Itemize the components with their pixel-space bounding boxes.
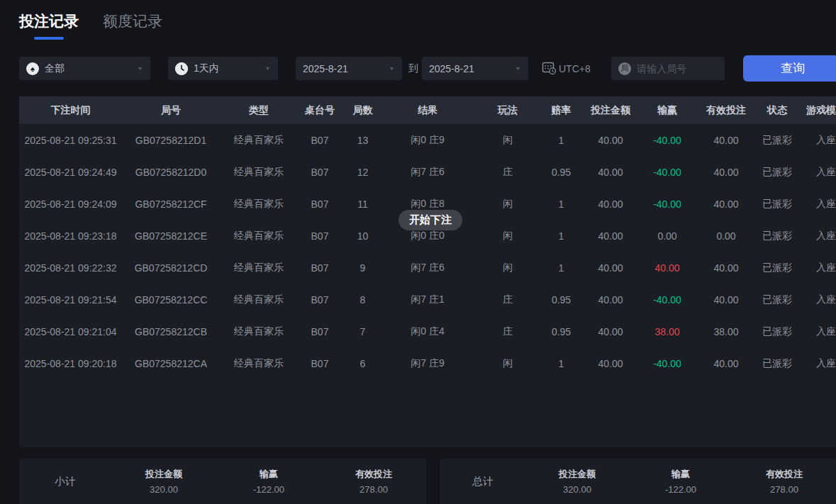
column-header: 状态 xyxy=(760,104,794,117)
column-header: 玩法 xyxy=(472,104,544,117)
cell-play: 庄 xyxy=(472,293,544,306)
cell-winloss: 38.00 xyxy=(642,326,692,337)
cell-round_id: GB07258212CA xyxy=(122,358,220,369)
summary-stat-label: 输赢 xyxy=(629,468,732,481)
summary-stat-value: -122.00 xyxy=(216,484,321,495)
cell-type: 经典百家乐 xyxy=(220,325,298,338)
cell-valid: 40.00 xyxy=(692,198,760,210)
chevron-down-icon: ▼ xyxy=(515,66,521,72)
column-header: 输赢 xyxy=(642,104,692,117)
cell-bet: 40.00 xyxy=(579,262,642,274)
table-row: 2025-08-21 09:24:49GB07258212D0经典百家乐B071… xyxy=(19,156,836,188)
cell-round: 6 xyxy=(342,358,384,369)
cell-round_id: GB07258212CE xyxy=(122,230,220,242)
cell-round_id: GB07258212CD xyxy=(122,262,220,274)
start-betting-tooltip: 开始下注 xyxy=(399,210,462,230)
tab-bet-records[interactable]: 投注记录 xyxy=(19,11,79,40)
column-header: 桌台号 xyxy=(298,104,342,117)
cell-round: 8 xyxy=(342,294,384,306)
subtotal-label: 小计 xyxy=(19,475,111,488)
column-header: 下注时间 xyxy=(19,104,122,117)
date-from-select[interactable]: 2025-8-21 ▼ xyxy=(296,57,402,80)
game-type-select[interactable]: ♠ 全部 ▼ xyxy=(19,57,150,80)
cell-bet: 40.00 xyxy=(579,135,642,146)
round-id-input[interactable] xyxy=(637,63,718,74)
cell-status: 已派彩 xyxy=(760,198,794,211)
cell-result: 闲0 庄8 xyxy=(384,198,472,211)
cell-type: 经典百家乐 xyxy=(220,198,298,211)
cell-mode: 入座 xyxy=(794,357,836,370)
cell-table_no: B07 xyxy=(298,230,342,242)
time-range-select[interactable]: 1天内 ▼ xyxy=(168,57,278,80)
cell-odds: 0.95 xyxy=(544,294,579,306)
betting-records-page: 投注记录 额度记录 ♠ 全部 ▼ 1天内 ▼ 2025-8-21 ▼ 到 202… xyxy=(0,0,836,504)
date-to-select[interactable]: 2025-8-21 ▼ xyxy=(422,57,528,80)
column-header: 类型 xyxy=(220,104,298,117)
query-button[interactable]: 查询 xyxy=(743,55,836,82)
cell-play: 闲 xyxy=(472,230,544,242)
summary-stat: 有效投注278.00 xyxy=(321,468,426,495)
cell-time: 2025-08-21 09:25:31 xyxy=(19,135,122,146)
cell-play: 闲 xyxy=(472,357,544,370)
cell-mode: 入座 xyxy=(794,166,836,179)
cell-winloss: -40.00 xyxy=(642,167,692,178)
cell-mode: 入座 xyxy=(794,134,836,147)
cell-bet: 40.00 xyxy=(579,198,642,210)
summary-stat-label: 输赢 xyxy=(216,468,321,481)
cell-type: 经典百家乐 xyxy=(220,293,298,306)
summary-stat-value: 320.00 xyxy=(111,484,216,495)
cell-status: 已派彩 xyxy=(760,293,794,306)
tab-quota-records-label: 额度记录 xyxy=(103,13,162,29)
cell-bet: 40.00 xyxy=(579,326,642,337)
cell-play: 闲 xyxy=(472,262,544,274)
cell-result: 闲7 庄9 xyxy=(384,357,472,370)
summary-stat: 输赢-122.00 xyxy=(216,468,321,495)
chevron-down-icon: ▼ xyxy=(264,66,271,72)
column-header: 有效投注 xyxy=(692,104,760,117)
cell-result: 闲7 庄1 xyxy=(384,293,472,306)
cell-odds: 1 xyxy=(544,262,579,274)
cell-play: 闲 xyxy=(472,134,544,147)
table-body: 2025-08-21 09:25:31GB07258212D1经典百家乐B071… xyxy=(19,124,836,447)
column-header: 投注金额 xyxy=(579,104,642,117)
total-label: 总计 xyxy=(440,475,525,488)
cell-table_no: B07 xyxy=(298,135,342,146)
cell-time: 2025-08-21 09:22:32 xyxy=(19,262,122,274)
tab-quota-records[interactable]: 额度记录 xyxy=(103,11,162,31)
cell-type: 经典百家乐 xyxy=(220,134,298,147)
date-from-value: 2025-8-21 xyxy=(303,63,348,74)
cell-time: 2025-08-21 09:20:18 xyxy=(19,358,122,369)
summary-stat-value: 278.00 xyxy=(321,484,426,495)
subtotal-stats: 投注金额320.00输赢-122.00有效投注278.00 xyxy=(111,468,426,495)
date-range-to-label: 到 xyxy=(405,57,422,80)
cell-valid: 40.00 xyxy=(692,358,760,369)
summary-stat-value: 320.00 xyxy=(525,484,629,495)
summary-stat-label: 有效投注 xyxy=(732,468,836,481)
cell-play: 闲 xyxy=(472,198,544,211)
cell-winloss: -40.00 xyxy=(642,135,692,146)
table-header: 下注时间局号类型桌台号局数结果玩法赔率投注金额输赢有效投注状态游戏模式 xyxy=(19,96,836,124)
column-header: 局数 xyxy=(342,104,384,117)
total-stats: 投注金额320.00输赢-122.00有效投注278.00 xyxy=(525,468,836,495)
summary-stat-value: 278.00 xyxy=(732,484,836,495)
cell-result: 闲7 庄6 xyxy=(384,166,472,179)
cell-type: 经典百家乐 xyxy=(220,357,298,370)
cell-round: 11 xyxy=(342,198,384,210)
tab-bar: 投注记录 额度记录 xyxy=(19,11,162,40)
cell-mode: 入座 xyxy=(794,262,836,274)
cell-valid: 40.00 xyxy=(692,167,760,178)
spade-icon: ♠ xyxy=(26,62,39,75)
table-row: 2025-08-21 09:22:32GB07258212CD经典百家乐B079… xyxy=(19,252,836,284)
summary-stat: 投注金额320.00 xyxy=(525,468,629,495)
subtotal-panel: 小计 投注金额320.00输赢-122.00有效投注278.00 xyxy=(19,459,426,504)
cell-round: 13 xyxy=(342,135,384,146)
cell-type: 经典百家乐 xyxy=(220,230,298,242)
cell-odds: 1 xyxy=(544,358,579,369)
date-to-value: 2025-8-21 xyxy=(429,63,474,74)
table-row: 2025-08-21 09:25:31GB07258212D1经典百家乐B071… xyxy=(19,124,836,156)
cell-table_no: B07 xyxy=(298,262,342,274)
cell-round_id: GB07258212CC xyxy=(122,294,220,306)
timezone-indicator[interactable]: UTC+8 xyxy=(542,57,591,80)
table-row: 2025-08-21 09:21:04GB07258212CB经典百家乐B077… xyxy=(19,315,836,347)
cell-result: 闲7 庄6 xyxy=(384,262,472,274)
